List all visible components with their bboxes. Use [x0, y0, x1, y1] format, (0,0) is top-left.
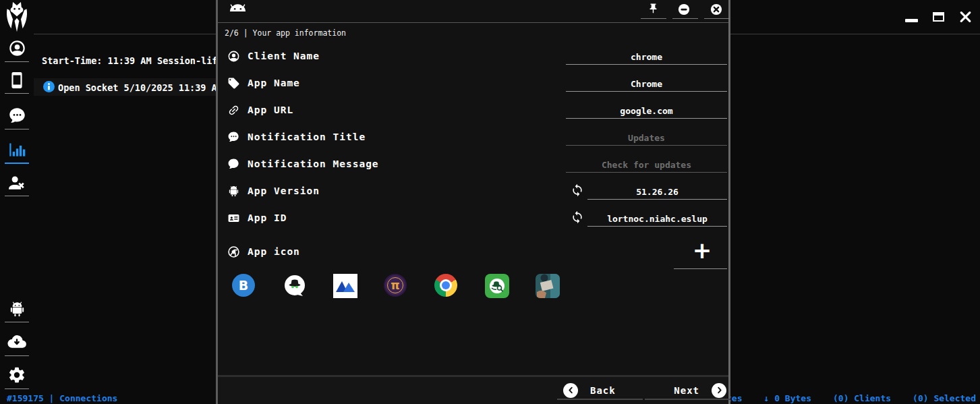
build-dialog: 2/6 | Your app information Client Name A… — [216, 0, 730, 404]
dialog-step-label: 2/6 | Your app information — [225, 28, 346, 38]
client-name-input[interactable] — [566, 49, 727, 65]
maximize-icon[interactable] — [933, 12, 944, 22]
minimize-circle-icon[interactable] — [678, 3, 690, 16]
app-icon-blue-mountains[interactable] — [333, 274, 357, 298]
notification-message-input[interactable] — [566, 157, 727, 173]
chevron-left-icon — [563, 383, 578, 398]
app-icon-bitcoin[interactable]: B — [232, 274, 256, 298]
minimize-icon[interactable] — [905, 19, 918, 22]
field-label-client-name: Client Name — [227, 48, 320, 64]
chevron-right-icon — [712, 383, 726, 398]
close-circle-icon[interactable] — [710, 3, 722, 16]
app-icon-green-spy[interactable] — [485, 274, 509, 298]
next-button[interactable]: Next — [645, 382, 730, 400]
app-icon-pi-network[interactable]: π — [384, 274, 408, 298]
settings-gear-icon — [7, 366, 26, 384]
field-label-app-name: App Name — [227, 75, 300, 91]
clients-count: (0) Clients — [833, 393, 891, 403]
app-name-input[interactable] — [566, 76, 727, 92]
sidebar-item-builder[interactable] — [0, 299, 34, 322]
app-icon-chrome[interactable] — [434, 274, 459, 298]
cloud-download-icon — [7, 333, 26, 351]
dialog-header — [218, 0, 728, 23]
dialog-footer: Back Next — [218, 375, 728, 404]
field-label-app-icon: App icon — [227, 243, 300, 260]
download-bytes: ↓ 0 Bytes — [764, 393, 811, 403]
header-underline — [641, 18, 666, 19]
sidebar-item-remove-user[interactable] — [0, 173, 34, 196]
sidebar-item-clients[interactable] — [0, 39, 34, 62]
chrome-outline-icon — [227, 246, 240, 258]
app-version-input[interactable] — [587, 184, 727, 200]
start-time-label: Start-Time: 11:39 AM — [42, 55, 152, 66]
sidebar-item-devices[interactable] — [0, 71, 34, 94]
field-label-app-version: App Version — [227, 183, 320, 199]
info-icon — [43, 81, 55, 92]
android-head-icon — [229, 3, 247, 16]
field-label-app-id: App ID — [227, 210, 287, 226]
user-circle-icon — [227, 50, 240, 63]
window-controls — [905, 0, 980, 34]
sidebar-underline — [5, 61, 29, 62]
sidebar-underline — [5, 196, 29, 196]
header-underline — [704, 18, 730, 19]
sidebar-underline — [5, 388, 29, 389]
pin-icon[interactable] — [647, 2, 659, 15]
notification-title-input[interactable] — [566, 130, 727, 146]
user-circle-icon — [8, 39, 26, 57]
sidebar-underline — [5, 163, 29, 164]
link-icon — [227, 104, 240, 117]
app-url-input[interactable] — [566, 103, 727, 119]
sidebar-item-chat[interactable] — [0, 107, 34, 129]
close-icon[interactable] — [959, 11, 972, 23]
sidebar-item-settings[interactable] — [0, 366, 34, 389]
android-robot-icon — [227, 185, 240, 198]
refresh-app-id-icon[interactable] — [571, 210, 584, 224]
statusbar-metrics: ↑ 0 Bytes ↓ 0 Bytes (0) Clients (0) Sele… — [695, 393, 976, 403]
app-logo — [3, 2, 31, 33]
sidebar-item-downloads[interactable] — [0, 333, 34, 356]
smartphone-icon — [8, 71, 26, 89]
chat-filled-icon — [227, 158, 240, 171]
session-life-label: Session-life — [157, 55, 223, 66]
id-card-icon — [227, 212, 240, 225]
field-label-notification-title: Notification Title — [227, 129, 366, 145]
selected-count: (0) Selected — [913, 393, 976, 403]
sidebar-underline — [5, 93, 29, 94]
user-remove-icon — [8, 173, 26, 192]
sidebar-item-stats[interactable] — [0, 140, 34, 164]
field-label-app-url: App URL — [227, 102, 293, 118]
log-row-text: Open Socket 5/10/2025 11:39 AM — [58, 82, 223, 93]
app-id-input[interactable] — [587, 211, 727, 227]
bar-chart-icon — [8, 140, 26, 158]
sidebar-underline — [5, 322, 29, 322]
sidebar-underline — [5, 355, 29, 356]
add-icon-underline — [674, 268, 727, 269]
android-robot-icon — [8, 299, 26, 318]
refresh-version-icon[interactable] — [571, 183, 584, 197]
app-icon-photo[interactable] — [536, 274, 560, 298]
tag-icon — [227, 77, 240, 90]
app-icon-spy-chat[interactable] — [283, 274, 307, 298]
header-underline — [672, 18, 698, 19]
add-icon-button[interactable]: + — [690, 238, 714, 262]
sidebar-underline — [5, 129, 29, 129]
back-button[interactable]: Back — [557, 382, 643, 400]
sidebar — [0, 0, 34, 404]
chat-dots-icon — [227, 131, 240, 144]
statusbar-connections[interactable]: #159175 | Connections — [7, 393, 117, 403]
chat-bubble-icon — [8, 107, 26, 125]
field-label-notification-message: Notification Message — [227, 156, 379, 172]
